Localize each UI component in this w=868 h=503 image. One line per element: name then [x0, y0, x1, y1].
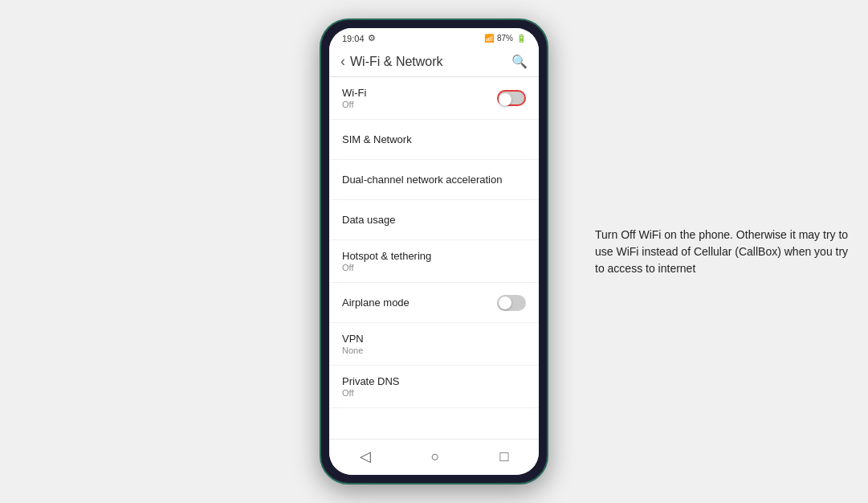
settings-item-sim[interactable]: SIM & Network	[329, 120, 539, 160]
settings-status-icon: ⚙	[368, 33, 376, 43]
header-left: ‹ Wi-Fi & Network	[340, 53, 443, 70]
settings-item-hotspot[interactable]: Hotspot & tethering Off	[329, 240, 539, 283]
wifi-subtitle: Off	[342, 100, 366, 109]
sim-title: SIM & Network	[342, 133, 412, 145]
wifi-toggle[interactable]	[497, 90, 526, 106]
phone-screen: 19:04 ⚙ 📶 87% 🔋 ‹ Wi-Fi & Network 🔍	[329, 28, 539, 475]
hotspot-subtitle: Off	[342, 263, 431, 272]
settings-item-dual-channel[interactable]: Dual-channel network acceleration	[329, 160, 539, 200]
hotspot-title: Hotspot & tethering	[342, 250, 431, 262]
signal-icon: 📶	[484, 34, 494, 43]
airplane-toggle[interactable]	[497, 295, 526, 311]
settings-list: Wi-Fi Off SIM & Network Dual-	[329, 77, 539, 439]
data-usage-title: Data usage	[342, 214, 396, 226]
vpn-subtitle: None	[342, 346, 364, 355]
nav-recents-button[interactable]: □	[500, 448, 509, 465]
nav-home-button[interactable]: ○	[431, 448, 440, 465]
settings-item-private-dns[interactable]: Private DNS Off	[329, 366, 539, 408]
status-bar: 19:04 ⚙ 📶 87% 🔋	[329, 28, 539, 47]
page-title: Wi-Fi & Network	[350, 55, 443, 69]
status-bar-right: 📶 87% 🔋	[484, 34, 526, 43]
settings-item-wifi[interactable]: Wi-Fi Off	[329, 77, 539, 120]
battery-icon: 🔋	[516, 34, 526, 43]
airplane-toggle-thumb	[499, 296, 511, 309]
settings-item-airplane[interactable]: Airplane mode	[329, 283, 539, 323]
private-dns-subtitle: Off	[342, 388, 400, 398]
settings-item-vpn[interactable]: VPN None	[329, 323, 539, 366]
annotation-text: Turn Off WiFi on the phone. Otherwise it…	[595, 227, 852, 277]
nav-back-button[interactable]: ◁	[360, 448, 371, 465]
time-display: 19:04	[342, 34, 365, 43]
top-navigation-bar: ‹ Wi-Fi & Network 🔍	[329, 47, 539, 77]
back-button[interactable]: ‹	[340, 53, 345, 70]
status-bar-left: 19:04 ⚙	[342, 33, 376, 43]
navigation-bar: ◁ ○ □	[329, 439, 539, 475]
wifi-title: Wi-Fi	[342, 87, 366, 99]
airplane-title: Airplane mode	[342, 296, 410, 309]
dual-channel-title: Dual-channel network acceleration	[342, 174, 502, 186]
private-dns-title: Private DNS	[342, 375, 400, 387]
wifi-toggle-thumb	[499, 93, 511, 106]
settings-item-data-usage[interactable]: Data usage	[329, 200, 539, 240]
phone-shell: 19:04 ⚙ 📶 87% 🔋 ‹ Wi-Fi & Network 🔍	[320, 18, 548, 485]
scene: 19:04 ⚙ 📶 87% 🔋 ‹ Wi-Fi & Network 🔍	[0, 0, 868, 503]
search-icon[interactable]: 🔍	[511, 54, 528, 69]
vpn-title: VPN	[342, 333, 364, 345]
battery-percent: 87%	[497, 34, 513, 43]
